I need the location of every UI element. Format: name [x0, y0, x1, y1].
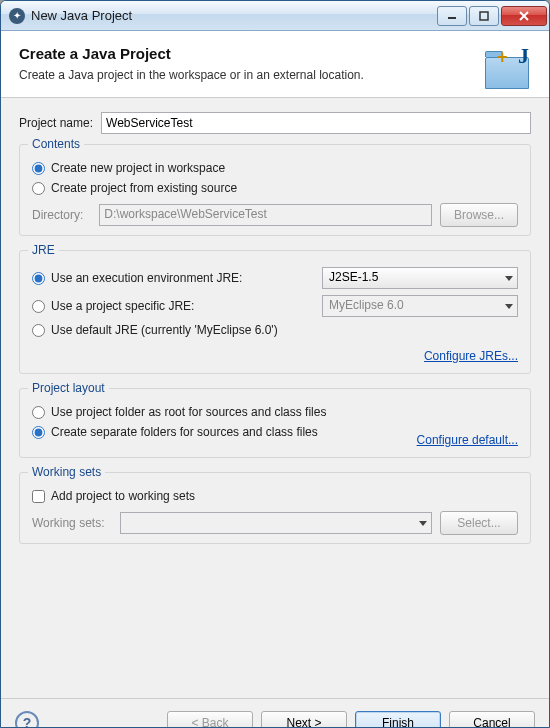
proj-specific-select: MyEclipse 6.0 [322, 295, 518, 317]
radio-proj-specific-label: Use a project specific JRE: [51, 299, 194, 313]
svg-rect-1 [480, 12, 488, 20]
add-working-sets-label: Add project to working sets [51, 489, 195, 503]
directory-label: Directory: [32, 208, 83, 222]
radio-layout-separate[interactable] [32, 426, 45, 439]
layout-group-title: Project layout [28, 381, 109, 395]
radio-create-workspace[interactable] [32, 162, 45, 175]
help-button[interactable]: ? [15, 711, 39, 729]
working-sets-group: Working sets Add project to working sets… [19, 472, 531, 544]
finish-button[interactable]: Finish [355, 711, 441, 729]
close-button[interactable] [501, 6, 547, 26]
layout-group: Project layout Use project folder as roo… [19, 388, 531, 458]
add-working-sets-checkbox[interactable] [32, 490, 45, 503]
banner-heading: Create a Java Project [19, 45, 483, 62]
minimize-button[interactable] [437, 6, 467, 26]
title-bar[interactable]: ✦ New Java Project [1, 1, 549, 31]
working-sets-select [120, 512, 432, 534]
radio-layout-separate-label: Create separate folders for sources and … [51, 425, 318, 439]
project-name-label: Project name: [19, 116, 93, 130]
working-sets-label: Working sets: [32, 516, 104, 530]
proj-specific-value: MyEclipse 6.0 [329, 298, 404, 312]
jre-group-title: JRE [28, 243, 59, 257]
project-name-input[interactable] [101, 112, 531, 134]
select-working-sets-button: Select... [440, 511, 518, 535]
radio-exec-env[interactable] [32, 272, 45, 285]
app-icon: ✦ [9, 8, 25, 24]
exec-env-select[interactable]: J2SE-1.5 [322, 267, 518, 289]
chevron-down-icon [505, 276, 513, 281]
window-controls [435, 6, 547, 26]
dialog-footer: ? < Back Next > Finish Cancel [1, 698, 549, 728]
next-button[interactable]: Next > [261, 711, 347, 729]
radio-proj-specific[interactable] [32, 300, 45, 313]
working-sets-group-title: Working sets [28, 465, 105, 479]
contents-group: Contents Create new project in workspace… [19, 144, 531, 236]
radio-create-workspace-label: Create new project in workspace [51, 161, 225, 175]
directory-input: D:\workspace\WebServiceTest [99, 204, 432, 226]
radio-existing-source[interactable] [32, 182, 45, 195]
wizard-content: Project name: Contents Create new projec… [1, 98, 549, 698]
wizard-banner: Create a Java Project Create a Java proj… [1, 31, 549, 98]
banner-subheading: Create a Java project in the workspace o… [19, 68, 483, 82]
radio-layout-root-label: Use project folder as root for sources a… [51, 405, 326, 419]
wizard-folder-icon: + J [483, 45, 531, 89]
radio-default-jre[interactable] [32, 324, 45, 337]
maximize-button[interactable] [469, 6, 499, 26]
window-title: New Java Project [31, 8, 435, 23]
chevron-down-icon [505, 304, 513, 309]
back-button: < Back [167, 711, 253, 729]
radio-existing-source-label: Create project from existing source [51, 181, 237, 195]
chevron-down-icon [419, 521, 427, 526]
radio-default-jre-label: Use default JRE (currently 'MyEclipse 6.… [51, 323, 278, 337]
exec-env-value: J2SE-1.5 [329, 270, 378, 284]
radio-layout-root[interactable] [32, 406, 45, 419]
radio-exec-env-label: Use an execution environment JRE: [51, 271, 242, 285]
contents-group-title: Contents [28, 137, 84, 151]
configure-jres-link[interactable]: Configure JREs... [424, 349, 518, 363]
dialog-window: ✦ New Java Project Create a Java Project… [0, 0, 550, 728]
configure-default-link[interactable]: Configure default... [417, 433, 518, 447]
jre-group: JRE Use an execution environment JRE: J2… [19, 250, 531, 374]
cancel-button[interactable]: Cancel [449, 711, 535, 729]
browse-button: Browse... [440, 203, 518, 227]
